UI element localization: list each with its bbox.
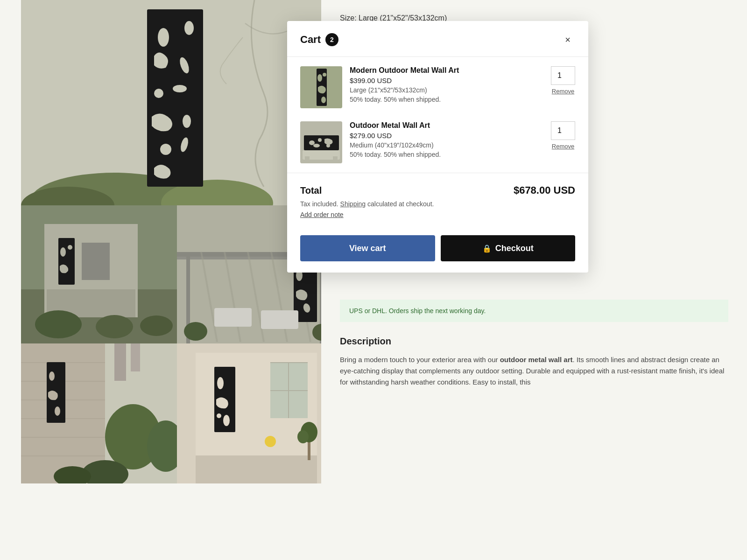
svg-rect-91: [333, 156, 338, 163]
svg-rect-49: [21, 455, 105, 456]
cart-overlay: Cart 2 × Modern Ou: [287, 21, 588, 273]
lock-icon: 🔒: [482, 244, 492, 253]
svg-point-10: [183, 115, 191, 128]
svg-rect-38: [214, 308, 252, 327]
description-text: Bring a modern touch to your exterior ar…: [340, 354, 728, 388]
cart-item-2-details: Outdoor Metal Wall Art $279.00 USD Mediu…: [350, 121, 543, 158]
image-grid: VisualAlloy VisualAl: [21, 205, 333, 483]
grid-image-3: VisualAlloy: [21, 343, 177, 483]
svg-point-73: [265, 436, 276, 447]
cart-item-2-svg: [300, 121, 342, 163]
cart-item-1-name: Modern Outdoor Metal Wall Art: [350, 66, 543, 75]
svg-point-72: [217, 413, 221, 418]
shipping-text: UPS or DHL. Orders ship the next working…: [349, 307, 486, 315]
svg-point-53: [55, 406, 60, 416]
cart-item-2-qty[interactable]: [551, 121, 575, 140]
cart-item-2-price: $279.00 USD: [350, 132, 543, 140]
cart-item-1-qty[interactable]: [551, 66, 575, 85]
cart-item-1-size: Large (21"x52"/53x132cm): [350, 86, 543, 94]
cart-header: Cart 2 ×: [287, 21, 588, 57]
grid-scene-3: [21, 343, 177, 483]
svg-point-85: [309, 140, 315, 145]
cart-item-1-svg: [300, 66, 342, 108]
svg-point-81: [323, 73, 326, 77]
cart-item-2-controls: Remove: [551, 121, 575, 150]
cart-item-2: Outdoor Metal Wall Art $279.00 USD Mediu…: [300, 121, 575, 163]
cart-item-1-image: [300, 66, 342, 108]
svg-point-71: [223, 415, 230, 426]
svg-point-86: [318, 138, 322, 142]
tax-info: Tax included. Shipping calculated at che…: [300, 200, 575, 208]
shipping-link[interactable]: Shipping: [340, 200, 366, 208]
view-cart-button[interactable]: View cart: [300, 235, 435, 261]
description-section: Description Bring a modern touch to your…: [340, 336, 728, 388]
cart-title-area: Cart 2: [300, 33, 338, 46]
tax-included-text: Tax included.: [300, 200, 338, 208]
grid-scene-1: [21, 205, 177, 343]
cart-item-1-price: $399.00 USD: [350, 77, 543, 84]
hero-image-inner: [21, 0, 333, 205]
cart-footer: Total $678.00 USD Tax included. Shipping…: [287, 173, 588, 273]
product-image-gallery: VisualAlloy VisualAl: [21, 0, 333, 560]
svg-point-6: [184, 21, 194, 35]
cart-item-1: Modern Outdoor Metal Wall Art $399.00 US…: [300, 66, 575, 108]
svg-point-69: [217, 377, 224, 389]
cart-item-1-details: Modern Outdoor Metal Wall Art $399.00 US…: [350, 66, 543, 103]
cart-actions: View cart 🔒 Checkout: [300, 235, 575, 261]
svg-point-20: [68, 245, 72, 250]
view-cart-label: View cart: [349, 244, 386, 253]
cart-item-1-remove[interactable]: Remove: [552, 88, 574, 95]
svg-rect-90: [305, 156, 310, 163]
cart-item-2-remove[interactable]: Remove: [552, 143, 574, 150]
cart-item-1-image-inner: [300, 66, 342, 108]
svg-rect-67: [288, 362, 289, 418]
svg-rect-4: [147, 9, 203, 187]
hero-scene-svg: [21, 0, 333, 205]
cart-items-list: Modern Outdoor Metal Wall Art $399.00 US…: [287, 57, 588, 173]
svg-point-9: [173, 85, 187, 92]
svg-point-82: [321, 97, 326, 103]
shipping-calculated-text: calculated at checkout.: [367, 200, 434, 208]
description-bold: outdoor metal wall art: [500, 356, 573, 364]
svg-point-22: [96, 315, 133, 338]
cart-item-2-size: Medium (40"x19"/102x49cm): [350, 141, 543, 149]
svg-point-40: [184, 322, 207, 341]
checkout-label: Checkout: [495, 244, 534, 253]
hero-image: [21, 0, 333, 205]
svg-rect-48: [21, 437, 105, 438]
svg-point-80: [317, 74, 322, 82]
svg-rect-17: [82, 243, 110, 280]
cart-item-1-controls: Remove: [551, 66, 575, 95]
svg-rect-56: [131, 343, 140, 371]
svg-point-51: [49, 371, 55, 381]
svg-rect-18: [58, 238, 75, 285]
cart-item-2-image-inner: [300, 121, 342, 163]
svg-point-77: [297, 430, 309, 443]
description-intro: Bring a modern touch to your exterior ar…: [340, 356, 500, 364]
total-row: Total $678.00 USD: [300, 184, 575, 196]
svg-point-87: [313, 144, 320, 147]
cart-item-2-image: [300, 121, 342, 163]
svg-point-5: [158, 28, 169, 47]
svg-point-21: [35, 310, 82, 338]
cart-item-2-name: Outdoor Metal Wall Art: [350, 121, 543, 130]
cart-item-1-payment: 50% today. 50% when shipped.: [350, 96, 543, 103]
grid-image-4: VisualAlloy: [177, 343, 333, 483]
cart-title: Cart: [300, 34, 321, 46]
cart-item-2-payment: 50% today. 50% when shipped.: [350, 151, 543, 158]
svg-rect-39: [261, 310, 298, 329]
svg-rect-74: [196, 455, 317, 483]
cart-close-button[interactable]: ×: [560, 32, 575, 47]
cart-count-badge: 2: [325, 33, 338, 46]
order-note-link[interactable]: Add order note: [300, 211, 344, 218]
grid-scene-4: [177, 343, 333, 483]
svg-point-11: [160, 144, 171, 155]
shipping-info: UPS or DHL. Orders ship the next working…: [340, 300, 728, 322]
checkout-button[interactable]: 🔒 Checkout: [441, 235, 576, 261]
total-label: Total: [300, 185, 322, 196]
svg-point-8: [154, 89, 163, 98]
svg-point-19: [60, 247, 66, 257]
svg-rect-55: [114, 343, 126, 381]
total-amount: $678.00 USD: [514, 184, 575, 196]
description-title: Description: [340, 336, 728, 347]
